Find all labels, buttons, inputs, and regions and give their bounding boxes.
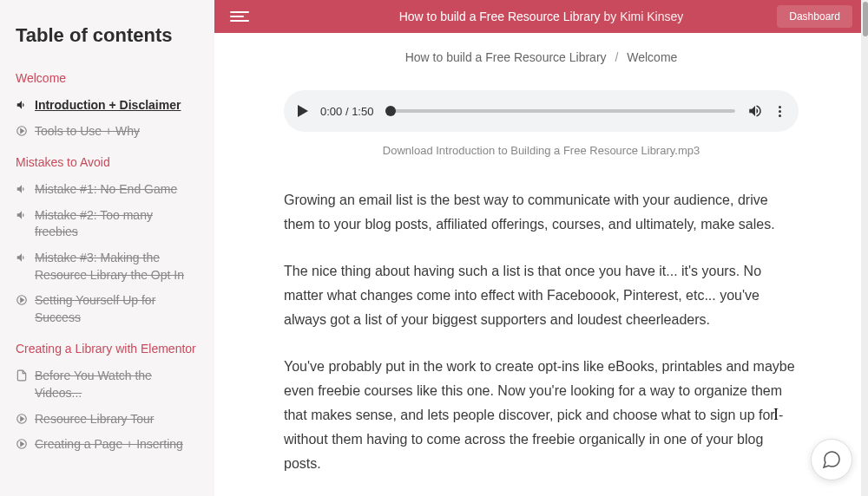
breadcrumb-section[interactable]: Welcome	[627, 50, 677, 64]
header-bar: How to build a Free Resource Library by …	[214, 0, 868, 33]
chat-bubble-button[interactable]	[811, 439, 852, 480]
more-options-icon[interactable]	[775, 102, 785, 121]
toc-section-heading: Mistakes to Avoid	[16, 155, 199, 169]
toc-item-label: Creating a Page + Inserting	[35, 436, 183, 454]
audio-player[interactable]: 0:00 / 1:50	[284, 90, 799, 132]
toc-item-library-tour[interactable]: Resource Library Tour	[16, 411, 199, 428]
doc-icon	[16, 369, 28, 382]
toc-item-label: Tools to Use + Why	[35, 123, 140, 140]
dashboard-button[interactable]: Dashboard	[777, 5, 852, 28]
toc-item-introduction[interactable]: Introduction + Disclaimer	[16, 97, 199, 114]
paragraph: The nice thing about having such a list …	[284, 259, 799, 332]
audio-icon	[16, 209, 28, 221]
hamburger-icon[interactable]	[230, 11, 249, 22]
audio-icon	[16, 251, 28, 264]
volume-icon[interactable]	[747, 103, 763, 119]
toc-item-label: Mistake #3: Making the Resource Library …	[35, 250, 199, 284]
toc-item-label: Mistake #2: Too many freebies	[35, 207, 199, 241]
toc-item-before-watch[interactable]: Before You Watch the Videos...	[16, 368, 199, 401]
main-content: How to build a Free Resource Library by …	[214, 0, 868, 496]
scrollbar-track[interactable]	[861, 0, 868, 496]
toc-section-heading: Creating a Library with Elementor	[16, 342, 199, 356]
paragraph: Growing an email list is the best way to…	[284, 188, 799, 237]
play-icon	[16, 294, 28, 306]
toc-item-tools[interactable]: Tools to Use + Why	[16, 123, 199, 140]
scrollbar-thumb[interactable]	[863, 2, 868, 36]
download-link[interactable]: Download Introduction to Building a Free…	[284, 144, 799, 157]
toc-item-label: Introduction + Disclaimer	[35, 97, 181, 114]
breadcrumb-course[interactable]: How to build a Free Resource Library	[405, 50, 607, 64]
play-icon	[16, 125, 28, 137]
toc-title: Table of contents	[16, 24, 199, 47]
header-title: How to build a Free Resource Library by …	[399, 10, 684, 23]
toc-item-mistake1[interactable]: Mistake #1: No End Game	[16, 181, 199, 199]
breadcrumb: How to build a Free Resource Library / W…	[214, 33, 868, 73]
lesson-body: Growing an email list is the best way to…	[284, 188, 799, 476]
toc-item-label: Setting Yourself Up for Success	[35, 292, 199, 326]
audio-icon	[16, 183, 28, 195]
toc-item-label: Before You Watch the Videos...	[35, 368, 199, 401]
audio-seek-track[interactable]	[385, 109, 735, 113]
toc-section-heading: Welcome	[16, 71, 199, 85]
toc-item-creating-page[interactable]: Creating a Page + Inserting	[16, 436, 199, 454]
sidebar: Table of contents Welcome Introduction +…	[0, 0, 214, 496]
toc-item-mistake2[interactable]: Mistake #2: Too many freebies	[16, 207, 199, 241]
play-icon	[16, 438, 28, 450]
toc-item-mistake3[interactable]: Mistake #3: Making the Resource Library …	[16, 250, 199, 284]
audio-icon	[16, 99, 28, 111]
chat-icon	[821, 449, 842, 470]
play-icon	[16, 413, 28, 425]
play-button-icon[interactable]	[298, 105, 308, 117]
toc-item-label: Mistake #1: No End Game	[35, 181, 177, 199]
course-title: How to build a Free Resource Library	[399, 10, 601, 23]
author-name: Kimi Kinsey	[620, 10, 683, 23]
toc-item-label: Resource Library Tour	[35, 411, 154, 428]
toc-item-setting-up[interactable]: Setting Yourself Up for Success	[16, 292, 199, 326]
paragraph: You've probably put in the work to creat…	[284, 355, 799, 476]
lesson-content: 0:00 / 1:50 Download Introduction to Bui…	[214, 73, 868, 496]
breadcrumb-separator: /	[615, 50, 618, 64]
audio-time: 0:00 / 1:50	[320, 105, 373, 118]
